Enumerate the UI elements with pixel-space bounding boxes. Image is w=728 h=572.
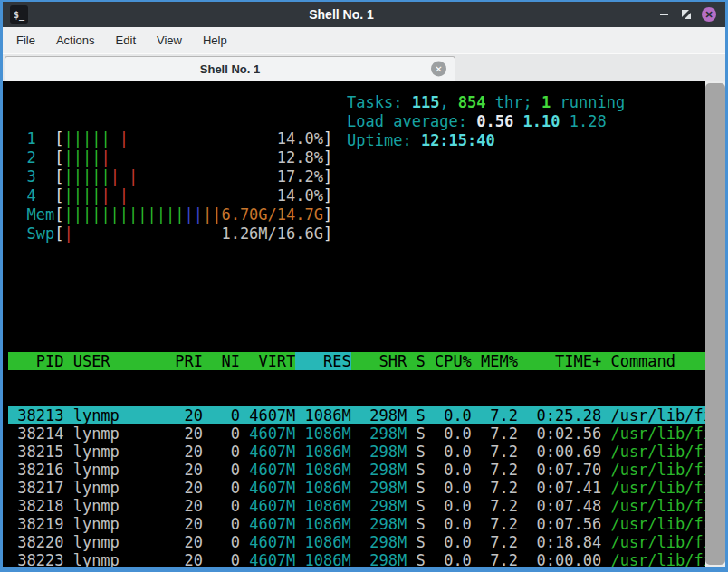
process-row[interactable]: 38217 lynmp 20 0 4607M 1086M 298M S 0.0 … <box>8 479 705 497</box>
column-header-virt[interactable]: VIRT <box>240 352 295 370</box>
cell-pri: 20 <box>166 443 203 461</box>
scrollbar[interactable] <box>705 81 725 567</box>
cell-pid: 38223 <box>8 551 63 567</box>
cell-pri: 20 <box>166 551 203 567</box>
cell-pri: 20 <box>166 497 203 515</box>
column-header-time[interactable]: TIME+ <box>518 352 601 370</box>
meter-close-bracket: ] <box>323 167 332 186</box>
column-header-ni[interactable]: NI <box>203 352 240 370</box>
meter-value: 14.0% <box>277 129 323 148</box>
meter-2: 2 [|||||12.8%] <box>8 148 705 167</box>
menu-item-help[interactable]: Help <box>201 32 229 49</box>
cell-cpu: 0.0 <box>426 497 472 515</box>
cell-virt: 4607M <box>240 533 295 551</box>
maximize-button[interactable] <box>677 5 695 24</box>
cell-virt: 4607M <box>240 497 295 515</box>
meter-label: 1 <box>8 129 54 148</box>
cell-s: S <box>407 424 425 443</box>
meter-open-bracket: [ <box>54 205 63 224</box>
cell-shr: 298M <box>351 497 407 515</box>
column-header-shr[interactable]: SHR <box>351 352 407 370</box>
cell-ni: 0 <box>203 424 240 443</box>
window-title: Shell No. 1 <box>28 7 655 22</box>
cell-shr: 298M <box>351 479 407 497</box>
cell-pid: 38219 <box>8 515 63 533</box>
process-row[interactable]: 38220 lynmp 20 0 4607M 1086M 298M S 0.0 … <box>8 533 705 551</box>
tab-close-icon[interactable]: ✕ <box>431 62 446 77</box>
cell-cmd: /usr/lib/fir <box>601 515 705 533</box>
meter-bar-fill: ||||| | <box>63 186 129 205</box>
close-button[interactable]: ✕ <box>700 5 718 24</box>
process-row[interactable]: 38218 lynmp 20 0 4607M 1086M 298M S 0.0 … <box>8 497 705 515</box>
cell-cmd: /usr/lib/fir <box>601 461 705 479</box>
meter-segment-green: |||| <box>63 186 101 205</box>
process-row[interactable]: 38213 lynmp 20 0 4607M 1086M 298M S 0.0 … <box>8 406 705 424</box>
cell-s: S <box>407 443 425 461</box>
cell-ni: 0 <box>203 406 240 424</box>
cell-shr: 298M <box>351 551 407 567</box>
cell-s: S <box>407 497 425 515</box>
cell-ni: 0 <box>203 515 240 533</box>
cell-mem: 7.2 <box>472 551 518 567</box>
scrollbar-thumb[interactable] <box>705 83 725 565</box>
menu-item-file[interactable]: File <box>14 32 37 49</box>
maximize-icon <box>681 9 692 20</box>
cell-ni: 0 <box>203 533 240 551</box>
process-row[interactable]: 38219 lynmp 20 0 4607M 1086M 298M S 0.0 … <box>8 515 705 533</box>
cell-time: 0:25.28 <box>518 406 601 424</box>
column-header-cmd[interactable]: Command <box>601 352 675 370</box>
cell-s: S <box>407 551 425 567</box>
cell-res: 1086M <box>295 533 350 551</box>
column-header-cpu[interactable]: CPU% <box>426 352 472 370</box>
menu-item-edit[interactable]: Edit <box>114 32 138 49</box>
cell-mem: 7.2 <box>472 406 518 424</box>
column-header-user[interactable]: USER <box>63 352 166 370</box>
cell-time: 0:07.41 <box>518 479 601 497</box>
column-header-pid[interactable]: PID <box>8 352 63 370</box>
column-header-pri[interactable]: PRI <box>166 352 203 370</box>
stat-segment: 115 <box>412 93 440 111</box>
cell-ni: 0 <box>203 443 240 461</box>
stat-segment: 854 <box>458 93 486 111</box>
column-header-res[interactable]: RES <box>295 352 350 370</box>
cell-shr: 298M <box>351 533 407 551</box>
menu-item-view[interactable]: View <box>155 32 184 49</box>
minimize-button[interactable] <box>655 5 673 24</box>
process-row[interactable]: 38214 lynmp 20 0 4607M 1086M 298M S 0.0 … <box>8 424 705 443</box>
process-row[interactable]: 38216 lynmp 20 0 4607M 1086M 298M S 0.0 … <box>8 461 705 479</box>
column-header-s[interactable]: S <box>407 352 425 370</box>
meter-4: 4 [||||| |14.0%] <box>8 186 705 205</box>
process-row[interactable]: 38215 lynmp 20 0 4607M 1086M 298M S 0.0 … <box>8 443 705 461</box>
process-table: 38213 lynmp 20 0 4607M 1086M 298M S 0.0 … <box>8 406 705 567</box>
meter-segment-blue: || <box>185 205 203 224</box>
cell-cmd: /usr/lib/fir <box>601 497 705 515</box>
cell-pid: 38213 <box>8 406 63 424</box>
title-bar: $_ Shell No. 1 ✕ <box>3 2 725 27</box>
terminal-area: 1 [||||| |14.0%] 2 [|||||12.8%] 3 [|||||… <box>3 81 725 567</box>
cell-ni: 0 <box>203 479 240 497</box>
meter-label: Mem <box>8 205 54 224</box>
cell-res: 1086M <box>295 551 350 567</box>
column-header-mem[interactable]: MEM% <box>472 352 518 370</box>
process-row[interactable]: 38223 lynmp 20 0 4607M 1086M 298M S 0.0 … <box>8 551 705 567</box>
cell-shr: 298M <box>351 515 407 533</box>
cell-cpu: 0.0 <box>426 424 472 443</box>
cell-mem: 7.2 <box>472 515 518 533</box>
cell-shr: 298M <box>351 461 407 479</box>
cell-virt: 4607M <box>240 551 295 567</box>
cell-pri: 20 <box>166 461 203 479</box>
cell-time: 0:02.56 <box>518 424 601 443</box>
meter-bar: |||||| |17.2% <box>63 167 323 186</box>
tab-label: Shell No. 1 <box>200 62 260 76</box>
stat-uptime: Uptime: 12:15:40 <box>347 131 625 150</box>
cell-user: lynmp <box>63 424 166 443</box>
stat-segment: , <box>439 93 457 111</box>
meter-close-bracket: ] <box>323 186 332 205</box>
cell-user: lynmp <box>63 406 166 424</box>
menu-item-actions[interactable]: Actions <box>54 32 97 49</box>
cell-res: 1086M <box>295 443 350 461</box>
meter-label: Swp <box>8 224 54 243</box>
meter-bar: |||||12.8% <box>63 148 323 167</box>
tab-shell[interactable]: Shell No. 1 ✕ <box>5 56 455 81</box>
cell-s: S <box>407 515 425 533</box>
